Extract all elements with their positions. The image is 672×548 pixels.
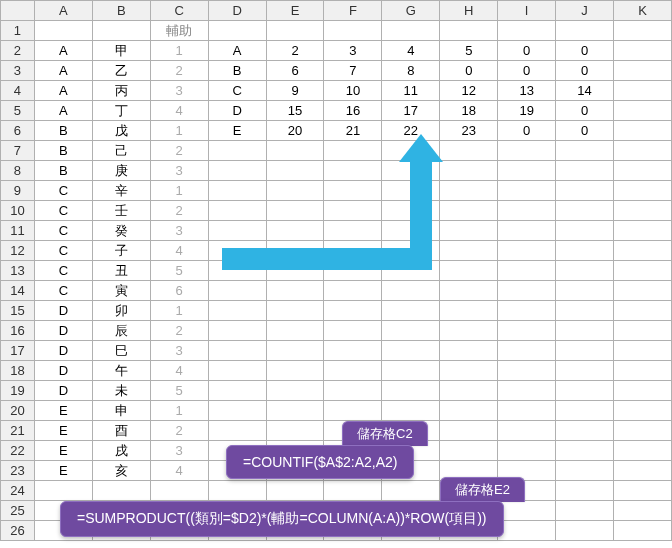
cell-A7[interactable]: B — [34, 141, 92, 161]
cell-H14[interactable] — [440, 281, 498, 301]
cell-B17[interactable]: 巳 — [92, 341, 150, 361]
cell-C15[interactable]: 1 — [150, 301, 208, 321]
cell-E20[interactable] — [266, 401, 324, 421]
cell-B18[interactable]: 午 — [92, 361, 150, 381]
cell-D5[interactable]: D — [208, 101, 266, 121]
cell-I17[interactable] — [498, 341, 556, 361]
col-header-H[interactable]: H — [440, 1, 498, 21]
cell-B2[interactable]: 甲 — [92, 41, 150, 61]
row-header-12[interactable]: 12 — [1, 241, 35, 261]
cell-K8[interactable] — [614, 161, 672, 181]
cell-E21[interactable] — [266, 421, 324, 441]
cell-E19[interactable] — [266, 381, 324, 401]
cell-B14[interactable]: 寅 — [92, 281, 150, 301]
cell-B23[interactable]: 亥 — [92, 461, 150, 481]
row-header-14[interactable]: 14 — [1, 281, 35, 301]
cell-C18[interactable]: 4 — [150, 361, 208, 381]
cell-B10[interactable]: 壬 — [92, 201, 150, 221]
cell-E11[interactable] — [266, 221, 324, 241]
cell-K21[interactable] — [614, 421, 672, 441]
cell-I13[interactable] — [498, 261, 556, 281]
cell-C13[interactable]: 5 — [150, 261, 208, 281]
cell-B12[interactable]: 子 — [92, 241, 150, 261]
cell-C22[interactable]: 3 — [150, 441, 208, 461]
row-header-18[interactable]: 18 — [1, 361, 35, 381]
col-header-F[interactable]: F — [324, 1, 382, 21]
row-header-1[interactable]: 1 — [1, 21, 35, 41]
cell-C9[interactable]: 1 — [150, 181, 208, 201]
col-header-G[interactable]: G — [382, 1, 440, 21]
row-header-25[interactable]: 25 — [1, 501, 35, 521]
cell-B24[interactable] — [92, 481, 150, 501]
cell-E4[interactable]: 9 — [266, 81, 324, 101]
cell-D8[interactable] — [208, 161, 266, 181]
cell-J1[interactable]: 第6項 — [556, 21, 614, 41]
cell-D6[interactable]: E — [208, 121, 266, 141]
cell-I7[interactable] — [498, 141, 556, 161]
cell-I3[interactable]: 0 — [498, 61, 556, 81]
cell-G17[interactable] — [382, 341, 440, 361]
cell-A9[interactable]: C — [34, 181, 92, 201]
cell-E8[interactable] — [266, 161, 324, 181]
cell-I22[interactable] — [498, 441, 556, 461]
row-header-21[interactable]: 21 — [1, 421, 35, 441]
cell-J26[interactable] — [556, 521, 614, 541]
cell-J14[interactable] — [556, 281, 614, 301]
cell-F8[interactable] — [324, 161, 382, 181]
cell-I14[interactable] — [498, 281, 556, 301]
cell-J15[interactable] — [556, 301, 614, 321]
cell-H10[interactable] — [440, 201, 498, 221]
cell-D4[interactable]: C — [208, 81, 266, 101]
cell-C10[interactable]: 2 — [150, 201, 208, 221]
cell-F18[interactable] — [324, 361, 382, 381]
col-header-C[interactable]: C — [150, 1, 208, 21]
cell-J19[interactable] — [556, 381, 614, 401]
cell-F6[interactable]: 21 — [324, 121, 382, 141]
cell-F11[interactable] — [324, 221, 382, 241]
cell-J11[interactable] — [556, 221, 614, 241]
cell-E7[interactable] — [266, 141, 324, 161]
cell-J21[interactable] — [556, 421, 614, 441]
cell-A21[interactable]: E — [34, 421, 92, 441]
cell-I4[interactable]: 13 — [498, 81, 556, 101]
col-header-D[interactable]: D — [208, 1, 266, 21]
row-header-26[interactable]: 26 — [1, 521, 35, 541]
cell-K16[interactable] — [614, 321, 672, 341]
col-header-A[interactable]: A — [34, 1, 92, 21]
cell-D9[interactable] — [208, 181, 266, 201]
cell-E18[interactable] — [266, 361, 324, 381]
cell-K22[interactable] — [614, 441, 672, 461]
cell-K25[interactable] — [614, 501, 672, 521]
row-header-17[interactable]: 17 — [1, 341, 35, 361]
cell-D21[interactable] — [208, 421, 266, 441]
cell-H7[interactable] — [440, 141, 498, 161]
cell-K14[interactable] — [614, 281, 672, 301]
cell-K18[interactable] — [614, 361, 672, 381]
cell-A13[interactable]: C — [34, 261, 92, 281]
cell-F4[interactable]: 10 — [324, 81, 382, 101]
cell-H15[interactable] — [440, 301, 498, 321]
cell-I25[interactable] — [498, 501, 556, 521]
cell-E24[interactable] — [266, 481, 324, 501]
row-header-8[interactable]: 8 — [1, 161, 35, 181]
cell-A18[interactable]: D — [34, 361, 92, 381]
cell-K15[interactable] — [614, 301, 672, 321]
cell-D16[interactable] — [208, 321, 266, 341]
row-header-4[interactable]: 4 — [1, 81, 35, 101]
row-header-13[interactable]: 13 — [1, 261, 35, 281]
cell-I15[interactable] — [498, 301, 556, 321]
cell-C3[interactable]: 2 — [150, 61, 208, 81]
cell-K19[interactable] — [614, 381, 672, 401]
cell-K2[interactable] — [614, 41, 672, 61]
cell-H18[interactable] — [440, 361, 498, 381]
cell-B20[interactable]: 申 — [92, 401, 150, 421]
cell-J4[interactable]: 14 — [556, 81, 614, 101]
cell-J8[interactable] — [556, 161, 614, 181]
cell-D7[interactable] — [208, 141, 266, 161]
cell-C19[interactable]: 5 — [150, 381, 208, 401]
cell-A19[interactable]: D — [34, 381, 92, 401]
cell-H17[interactable] — [440, 341, 498, 361]
row-header-15[interactable]: 15 — [1, 301, 35, 321]
cell-B19[interactable]: 未 — [92, 381, 150, 401]
cell-B3[interactable]: 乙 — [92, 61, 150, 81]
